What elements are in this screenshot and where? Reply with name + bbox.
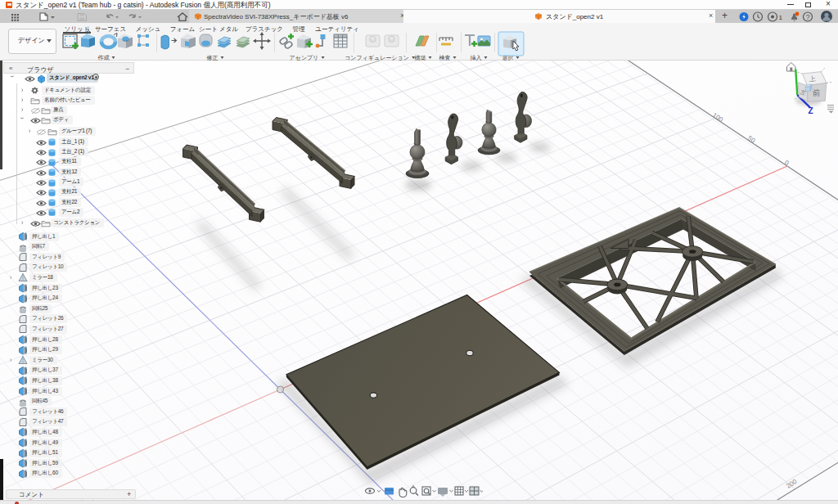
svg-text:Z: Z [809,106,813,115]
svg-text:上: 上 [808,75,816,83]
svg-text:前: 前 [812,88,821,97]
svg-text:1: 1 [779,13,783,20]
svg-text:?: ? [806,12,810,20]
